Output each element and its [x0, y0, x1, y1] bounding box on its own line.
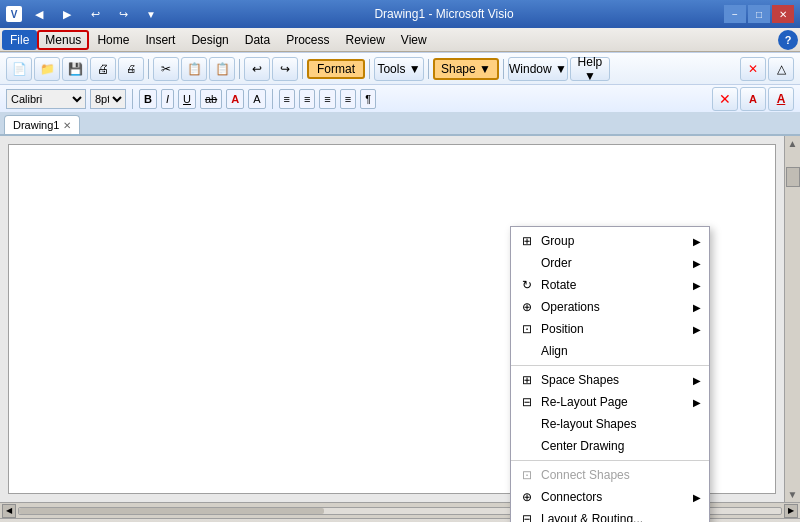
- view-menu[interactable]: View: [393, 30, 435, 50]
- shape-group-item[interactable]: ⊞ Group ▶: [511, 230, 709, 252]
- open-btn[interactable]: 📁: [34, 57, 60, 81]
- font-color-A-btn[interactable]: A: [226, 89, 244, 109]
- data-menu[interactable]: Data: [237, 30, 278, 50]
- shape-order-item[interactable]: Order ▶: [511, 252, 709, 274]
- new-btn[interactable]: 📄: [6, 57, 32, 81]
- strikethrough-btn[interactable]: ab: [200, 89, 222, 109]
- layout-routing-label: Layout & Routing...: [541, 512, 643, 522]
- position-icon: ⊡: [517, 322, 537, 336]
- window-controls: − □ ✕: [724, 5, 794, 23]
- font-size-select[interactable]: 8pt: [90, 89, 126, 109]
- underline-btn[interactable]: U: [178, 89, 196, 109]
- review-menu[interactable]: Review: [337, 30, 392, 50]
- font-size-A-btn[interactable]: A: [248, 89, 265, 109]
- sep3: [302, 59, 303, 79]
- shape-layout-routing-item[interactable]: ⊟ Layout & Routing...: [511, 508, 709, 522]
- shape-relayout-page-item[interactable]: ⊟ Re-Layout Page ▶: [511, 391, 709, 413]
- cut-btn[interactable]: ✂: [153, 57, 179, 81]
- shape-rotate-item[interactable]: ↻ Rotate ▶: [511, 274, 709, 296]
- italic-btn[interactable]: I: [161, 89, 174, 109]
- shape-space-item[interactable]: ⊞ Space Shapes ▶: [511, 369, 709, 391]
- relayout-page-arrow: ▶: [693, 397, 701, 408]
- undo-title-btn[interactable]: ↩: [82, 2, 108, 26]
- format-menu-btn[interactable]: Format: [307, 59, 365, 79]
- position-arrow: ▶: [693, 324, 701, 335]
- restore-btn[interactable]: □: [748, 5, 770, 23]
- bold-btn[interactable]: B: [139, 89, 157, 109]
- shape-center-drawing-item[interactable]: Center Drawing: [511, 435, 709, 457]
- shape-position-item[interactable]: ⊡ Position ▶: [511, 318, 709, 340]
- scroll-left-btn[interactable]: ◀: [2, 504, 16, 518]
- layout-routing-icon: ⊟: [517, 512, 537, 522]
- window-btn[interactable]: Window ▼: [508, 57, 568, 81]
- shape-menu-btn[interactable]: Shape ▼: [433, 58, 499, 80]
- group-icon: ⊞: [517, 234, 537, 248]
- operations-label: Operations: [541, 300, 600, 314]
- minimize-btn[interactable]: −: [724, 5, 746, 23]
- sep-font: [132, 89, 133, 109]
- save-btn[interactable]: 💾: [62, 57, 88, 81]
- shape-relayout-shapes-item[interactable]: Re-layout Shapes: [511, 413, 709, 435]
- nav-dropdown-btn[interactable]: ▼: [138, 2, 164, 26]
- close-x-btn[interactable]: ✕: [712, 87, 738, 111]
- scrollbar-right[interactable]: ▲ ▼: [784, 136, 800, 502]
- connect-shapes-label: Connect Shapes: [541, 468, 630, 482]
- title-bar-left: V ◀ ▶ ↩ ↪ ▼: [6, 2, 164, 26]
- help-btn[interactable]: Help ▼: [570, 57, 610, 81]
- shape-operations-item[interactable]: ⊕ Operations ▶: [511, 296, 709, 318]
- menu-bar: File Menus Home Insert Design Data Proce…: [0, 28, 800, 52]
- sep1: [148, 59, 149, 79]
- para-btn[interactable]: ¶: [360, 89, 376, 109]
- position-label: Position: [541, 322, 584, 336]
- scroll-up-btn[interactable]: ▲: [786, 136, 800, 151]
- shape-connect-shapes-item: ⊡ Connect Shapes: [511, 464, 709, 486]
- insert-menu[interactable]: Insert: [137, 30, 183, 50]
- group-arrow: ▶: [693, 236, 701, 247]
- design-menu[interactable]: Design: [183, 30, 236, 50]
- paste-btn[interactable]: 📋: [209, 57, 235, 81]
- copy-btn[interactable]: 📋: [181, 57, 207, 81]
- nav-fwd-btn[interactable]: ▶: [54, 2, 80, 26]
- window-title: Drawing1 - Microsoft Visio: [164, 7, 724, 21]
- undo-btn[interactable]: ↩: [244, 57, 270, 81]
- document-tab[interactable]: Drawing1 ✕: [4, 115, 80, 134]
- scroll-down-btn[interactable]: ▼: [786, 487, 800, 502]
- main-area: ▲ ▼ ⊞ Group ▶ Order ▶ ↻ Rotate ▶ ⊕ Oper: [0, 136, 800, 502]
- tools-btn[interactable]: Tools ▼: [374, 57, 424, 81]
- sep2: [239, 59, 240, 79]
- close-btn[interactable]: ✕: [772, 5, 794, 23]
- tab-label: Drawing1: [13, 119, 59, 131]
- close-doc-btn[interactable]: ✕: [740, 57, 766, 81]
- process-menu[interactable]: Process: [278, 30, 337, 50]
- align-left-btn[interactable]: ≡: [279, 89, 295, 109]
- rotate-label: Rotate: [541, 278, 576, 292]
- center-drawing-label: Center Drawing: [541, 439, 624, 453]
- tab-close-btn[interactable]: ✕: [63, 120, 71, 131]
- shape-connectors-item[interactable]: ⊕ Connectors ▶: [511, 486, 709, 508]
- redo-title-btn[interactable]: ↪: [110, 2, 136, 26]
- justify-btn[interactable]: ≡: [340, 89, 356, 109]
- space-arrow: ▶: [693, 375, 701, 386]
- shape-align-item[interactable]: Align: [511, 340, 709, 362]
- print2-btn[interactable]: 🖨: [118, 57, 144, 81]
- nav-back-btn[interactable]: ◀: [26, 2, 52, 26]
- title-bar-nav: ◀ ▶ ↩ ↪ ▼: [26, 2, 164, 26]
- something-btn[interactable]: △: [768, 57, 794, 81]
- underline2-btn[interactable]: A: [768, 87, 794, 111]
- title-bar: V ◀ ▶ ↩ ↪ ▼ Drawing1 - Microsoft Visio −…: [0, 0, 800, 28]
- scroll-right-btn[interactable]: ▶: [784, 504, 798, 518]
- file-menu[interactable]: File: [2, 30, 37, 50]
- scroll-thumb[interactable]: [786, 167, 800, 187]
- redo-btn[interactable]: ↪: [272, 57, 298, 81]
- print-btn[interactable]: 🖨: [90, 57, 116, 81]
- align-center-btn[interactable]: ≡: [299, 89, 315, 109]
- order-arrow: ▶: [693, 258, 701, 269]
- menus-menu[interactable]: Menus: [37, 30, 89, 50]
- font-color-btn[interactable]: A: [740, 87, 766, 111]
- font-select[interactable]: Calibri: [6, 89, 86, 109]
- align-label: Align: [541, 344, 568, 358]
- home-menu[interactable]: Home: [89, 30, 137, 50]
- operations-arrow: ▶: [693, 302, 701, 313]
- align-right-btn[interactable]: ≡: [319, 89, 335, 109]
- connectors-icon: ⊕: [517, 490, 537, 504]
